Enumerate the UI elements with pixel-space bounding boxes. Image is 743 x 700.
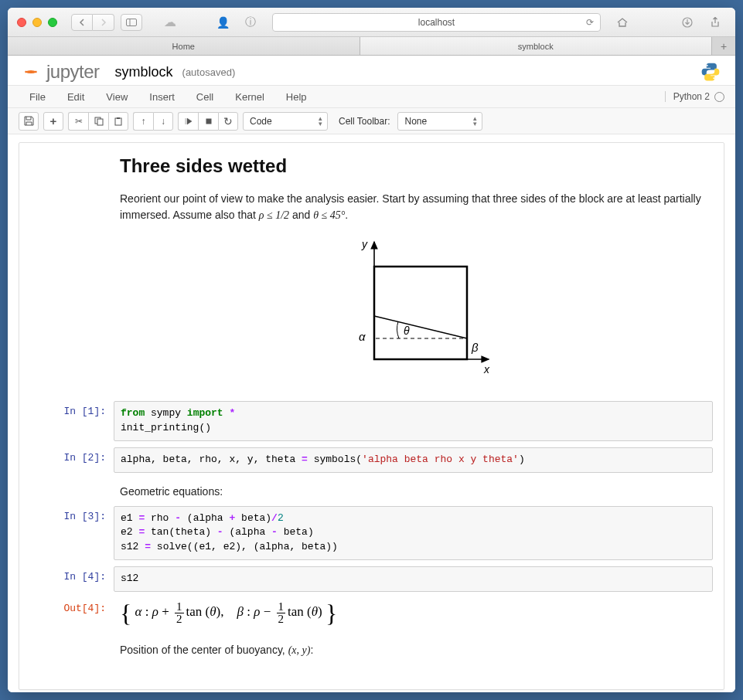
run-button[interactable]	[178, 112, 198, 131]
output-area: { α : ρ + 12tan (θ), β : ρ − 12tan (θ) }	[114, 598, 713, 628]
window-minimize-button[interactable]	[32, 18, 42, 27]
info-button[interactable]: ⓘ	[240, 14, 261, 31]
move-down-button[interactable]: ↓	[153, 112, 173, 131]
input-prompt: In [4]:	[30, 566, 114, 592]
browser-tab-label: symblock	[518, 42, 554, 51]
output-prompt: Out[4]:	[30, 598, 114, 628]
jupyter-toolbar: + ✂ ↑ ↓ ↻ Code ▴▾ Cell Toolbar: None	[8, 108, 735, 134]
jupyter-logo-icon	[22, 63, 40, 81]
output-cell-4: Out[4]: { α : ρ + 12tan (θ), β : ρ − 12t…	[30, 598, 713, 628]
downloads-button[interactable]	[677, 14, 698, 31]
diagram-svg: y x θ	[328, 236, 498, 382]
share-button[interactable]	[704, 14, 726, 31]
svg-rect-9	[206, 118, 211, 124]
menu-insert[interactable]: Insert	[138, 87, 186, 107]
svg-rect-8	[117, 117, 120, 119]
buoy-paragraph: Position of the center of buoyancy, (x, …	[120, 642, 705, 658]
menu-file[interactable]: File	[19, 87, 56, 107]
page-content: jupyter symblock (autosaved) File Edit V…	[8, 56, 735, 692]
theta-label: θ	[404, 325, 410, 337]
browser-tab-symblock[interactable]: symblock	[360, 37, 713, 55]
notebook-container: Three sides wetted Reorient our point of…	[8, 134, 735, 690]
privacy-button[interactable]: 👤	[212, 14, 233, 31]
nav-back-button[interactable]	[71, 14, 93, 31]
kernel-status-icon	[714, 92, 724, 102]
heading: Three sides wetted	[120, 155, 705, 177]
safari-tab-bar: Home symblock +	[8, 37, 735, 56]
cut-button[interactable]: ✂	[68, 112, 88, 131]
select-chevron-icon: ▴▾	[473, 116, 477, 127]
notebook-inner: Three sides wetted Reorient our point of…	[19, 142, 724, 690]
url-bar[interactable]: localhost ⟳	[272, 13, 601, 32]
cell-toolbar-label: Cell Toolbar:	[339, 116, 390, 127]
browser-tab-label: Home	[172, 42, 195, 51]
jupyter-wordmark: jupyter	[46, 61, 100, 83]
menu-edit[interactable]: Edit	[56, 87, 95, 107]
menu-cell[interactable]: Cell	[186, 87, 224, 107]
reader-home-button[interactable]	[612, 14, 633, 31]
browser-tab-home[interactable]: Home	[8, 37, 360, 55]
svg-line-14	[374, 316, 467, 338]
cell-toolbar-value: None	[404, 116, 427, 127]
notebook-name[interactable]: symblock	[115, 64, 173, 80]
code-input[interactable]: e1 = rho - (alpha + beta)/2 e2 = tan(the…	[114, 506, 713, 561]
code-cell-4[interactable]: In [4]: s12	[30, 566, 713, 592]
svg-rect-12	[374, 267, 467, 359]
x-axis-label: x	[483, 363, 490, 375]
input-prompt: In [3]:	[30, 506, 114, 561]
traffic-lights	[17, 18, 57, 27]
save-button[interactable]	[19, 112, 39, 131]
window-close-button[interactable]	[17, 18, 26, 27]
nav-forward-button[interactable]	[93, 14, 114, 31]
kernel-name: Python 2	[673, 91, 710, 102]
move-up-button[interactable]: ↑	[133, 112, 153, 131]
paste-button[interactable]	[108, 112, 128, 131]
url-text: localhost	[418, 17, 455, 28]
select-chevron-icon: ▴▾	[319, 116, 322, 127]
window-zoom-button[interactable]	[48, 18, 57, 27]
restart-button[interactable]: ↻	[218, 112, 238, 131]
insert-cell-button[interactable]: +	[43, 112, 63, 131]
code-input[interactable]: alpha, beta, rho, x, y, theta = symbols(…	[114, 447, 713, 473]
input-prompt: In [2]:	[30, 447, 114, 473]
code-input[interactable]: s12	[114, 566, 713, 592]
jupyter-header: jupyter symblock (autosaved)	[8, 56, 735, 85]
svg-rect-7	[115, 118, 121, 125]
svg-rect-0	[127, 19, 137, 25]
code-cell-3[interactable]: In [3]: e1 = rho - (alpha + beta)/2 e2 =…	[30, 506, 713, 561]
geom-paragraph: Geometric equations:	[120, 484, 705, 500]
copy-button[interactable]	[88, 112, 108, 131]
svg-point-3	[707, 65, 708, 66]
sidebar-toggle-button[interactable]	[121, 14, 142, 31]
new-tab-button[interactable]: +	[712, 37, 735, 55]
autosave-status: (autosaved)	[182, 66, 236, 78]
menu-help[interactable]: Help	[275, 87, 318, 107]
beta-label: β	[471, 341, 479, 354]
interrupt-button[interactable]	[198, 112, 218, 131]
menu-kernel[interactable]: Kernel	[224, 87, 275, 107]
cell-type-select[interactable]: Code ▴▾	[243, 112, 328, 131]
jupyter-menubar: File Edit View Insert Cell Kernel Help P…	[8, 85, 735, 108]
input-prompt: In [1]:	[30, 401, 114, 441]
icloud-tabs-button[interactable]: ☁	[159, 14, 181, 31]
diagram: y x θ	[120, 236, 705, 382]
svg-rect-6	[97, 119, 103, 125]
cell-toolbar-select[interactable]: None ▴▾	[397, 112, 482, 131]
y-axis-label: y	[361, 238, 368, 250]
menu-view[interactable]: View	[95, 87, 138, 107]
intro-paragraph: Reorient our point of view to make the a…	[120, 191, 705, 223]
svg-point-4	[713, 77, 714, 79]
markdown-cell-buoy[interactable]: Position of the center of buoyancy, (x, …	[120, 642, 705, 658]
safari-toolbar: ☁ 👤 ⓘ localhost ⟳	[8, 8, 735, 37]
python-logo-icon	[700, 61, 721, 83]
markdown-cell-geom[interactable]: Geometric equations:	[120, 484, 705, 500]
alpha-label: α	[359, 330, 366, 343]
browser-window: ☁ 👤 ⓘ localhost ⟳ Home symblock + jupyte…	[8, 8, 735, 692]
markdown-cell[interactable]: Three sides wetted Reorient our point of…	[120, 155, 705, 382]
code-cell-1[interactable]: In [1]: from sympy import * init_printin…	[30, 401, 713, 441]
cell-type-value: Code	[250, 116, 272, 127]
reload-icon[interactable]: ⟳	[586, 17, 594, 28]
code-cell-2[interactable]: In [2]: alpha, beta, rho, x, y, theta = …	[30, 447, 713, 473]
code-input[interactable]: from sympy import * init_printing()	[114, 401, 713, 441]
kernel-indicator: Python 2	[665, 91, 724, 102]
